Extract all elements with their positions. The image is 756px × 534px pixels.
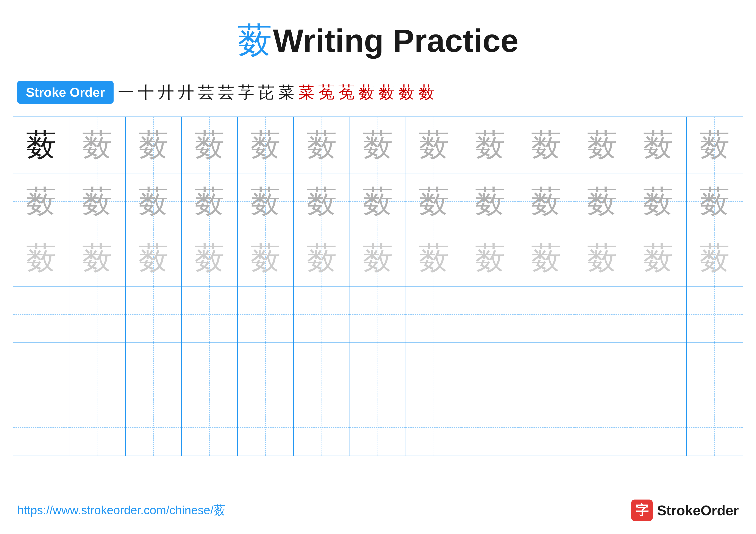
practice-cell-6-1[interactable] [14, 399, 69, 455]
practice-cell-6-3[interactable] [126, 399, 182, 455]
practice-row-2: 薮 薮 薮 薮 薮 薮 薮 薮 薮 薮 薮 薮 [14, 173, 742, 230]
practice-cell-1-5[interactable]: 薮 [238, 117, 294, 173]
practice-cell-1-1[interactable]: 薮 [14, 117, 69, 173]
practice-cell-3-4[interactable]: 薮 [182, 230, 238, 286]
practice-row-3: 薮 薮 薮 薮 薮 薮 薮 薮 薮 薮 薮 薮 [14, 230, 742, 287]
stroke-order-badge: Stroke Order [17, 81, 114, 104]
practice-cell-1-3[interactable]: 薮 [126, 117, 182, 173]
practice-cell-2-11[interactable]: 薮 [574, 173, 630, 229]
footer-logo-text: StrokeOrder [657, 502, 739, 519]
practice-cell-5-11[interactable] [574, 343, 630, 399]
practice-cell-4-1[interactable] [14, 287, 69, 343]
practice-cell-6-2[interactable] [69, 399, 125, 455]
practice-cell-4-5[interactable] [238, 287, 294, 343]
practice-cell-3-6[interactable]: 薮 [294, 230, 350, 286]
practice-cell-4-9[interactable] [462, 287, 518, 343]
practice-cell-3-11[interactable]: 薮 [574, 230, 630, 286]
practice-cell-3-10[interactable]: 薮 [518, 230, 574, 286]
stroke-step-10: 菜 [298, 84, 314, 100]
stroke-step-5: 芸 [198, 84, 214, 100]
practice-cell-3-12[interactable]: 薮 [630, 230, 687, 286]
practice-cell-2-12[interactable]: 薮 [630, 173, 687, 229]
practice-cell-2-10[interactable]: 薮 [518, 173, 574, 229]
practice-cell-5-3[interactable] [126, 343, 182, 399]
stroke-step-16: 薮 [418, 84, 435, 100]
practice-cell-6-6[interactable] [294, 399, 350, 455]
practice-cell-4-2[interactable] [69, 287, 125, 343]
practice-row-6 [14, 399, 742, 455]
practice-cell-1-12[interactable]: 薮 [630, 117, 687, 173]
practice-cell-5-2[interactable] [69, 343, 125, 399]
practice-cell-4-12[interactable] [630, 287, 687, 343]
practice-cell-3-7[interactable]: 薮 [350, 230, 406, 286]
practice-cell-3-8[interactable]: 薮 [406, 230, 462, 286]
practice-cell-1-8[interactable]: 薮 [406, 117, 462, 173]
practice-cell-2-4[interactable]: 薮 [182, 173, 238, 229]
practice-cell-3-2[interactable]: 薮 [69, 230, 125, 286]
practice-cell-6-13[interactable] [687, 399, 742, 455]
practice-cell-2-7[interactable]: 薮 [350, 173, 406, 229]
page-title: 薮 Writing Practice [0, 0, 756, 75]
practice-cell-6-9[interactable] [462, 399, 518, 455]
practice-cell-5-12[interactable] [630, 343, 687, 399]
practice-cell-1-11[interactable]: 薮 [574, 117, 630, 173]
practice-cell-4-11[interactable] [574, 287, 630, 343]
practice-cell-6-8[interactable] [406, 399, 462, 455]
practice-cell-3-3[interactable]: 薮 [126, 230, 182, 286]
practice-cell-5-4[interactable] [182, 343, 238, 399]
practice-cell-1-2[interactable]: 薮 [69, 117, 125, 173]
footer-url[interactable]: https://www.strokeorder.com/chinese/薮 [17, 502, 226, 518]
practice-cell-1-4[interactable]: 薮 [182, 117, 238, 173]
practice-cell-5-13[interactable] [687, 343, 742, 399]
practice-cell-3-1[interactable]: 薮 [14, 230, 69, 286]
practice-cell-5-9[interactable] [462, 343, 518, 399]
practice-cell-5-5[interactable] [238, 343, 294, 399]
footer: https://www.strokeorder.com/chinese/薮 字 … [17, 499, 739, 521]
practice-cell-3-5[interactable]: 薮 [238, 230, 294, 286]
practice-row-4 [14, 287, 742, 343]
practice-cell-1-9[interactable]: 薮 [462, 117, 518, 173]
practice-cell-3-9[interactable]: 薮 [462, 230, 518, 286]
practice-cell-2-8[interactable]: 薮 [406, 173, 462, 229]
practice-cell-4-3[interactable] [126, 287, 182, 343]
practice-cell-6-4[interactable] [182, 399, 238, 455]
practice-cell-6-12[interactable] [630, 399, 687, 455]
practice-cell-5-7[interactable] [350, 343, 406, 399]
practice-cell-3-13[interactable]: 薮 [687, 230, 742, 286]
practice-cell-4-7[interactable] [350, 287, 406, 343]
practice-cell-6-10[interactable] [518, 399, 574, 455]
practice-cell-5-1[interactable] [14, 343, 69, 399]
stroke-step-1: 一 [118, 84, 134, 100]
footer-logo: 字 StrokeOrder [631, 499, 739, 521]
stroke-step-12: 菟 [338, 84, 355, 100]
stroke-step-7: 芓 [238, 84, 254, 100]
stroke-step-3: 廾 [158, 84, 174, 100]
stroke-step-8: 芘 [258, 84, 274, 100]
practice-cell-2-3[interactable]: 薮 [126, 173, 182, 229]
stroke-step-2: 十 [138, 84, 154, 100]
stroke-order-row: Stroke Order 一 十 廾 廾 芸 芸 芓 芘 菜 菜 菟 菟 薮 薮… [0, 75, 756, 110]
practice-cell-4-10[interactable] [518, 287, 574, 343]
practice-cell-4-8[interactable] [406, 287, 462, 343]
practice-cell-5-6[interactable] [294, 343, 350, 399]
practice-cell-1-10[interactable]: 薮 [518, 117, 574, 173]
practice-cell-1-13[interactable]: 薮 [687, 117, 742, 173]
practice-cell-4-4[interactable] [182, 287, 238, 343]
practice-cell-1-6[interactable]: 薮 [294, 117, 350, 173]
practice-cell-2-2[interactable]: 薮 [69, 173, 125, 229]
practice-cell-4-13[interactable] [687, 287, 742, 343]
practice-cell-6-5[interactable] [238, 399, 294, 455]
practice-cell-2-13[interactable]: 薮 [687, 173, 742, 229]
practice-cell-5-8[interactable] [406, 343, 462, 399]
practice-cell-6-7[interactable] [350, 399, 406, 455]
practice-cell-2-6[interactable]: 薮 [294, 173, 350, 229]
practice-cell-2-5[interactable]: 薮 [238, 173, 294, 229]
practice-cell-2-9[interactable]: 薮 [462, 173, 518, 229]
stroke-step-11: 菟 [318, 84, 335, 100]
practice-cell-2-1[interactable]: 薮 [14, 173, 69, 229]
title-char: 薮 [237, 21, 272, 60]
practice-cell-4-6[interactable] [294, 287, 350, 343]
practice-cell-5-10[interactable] [518, 343, 574, 399]
practice-cell-1-7[interactable]: 薮 [350, 117, 406, 173]
practice-cell-6-11[interactable] [574, 399, 630, 455]
